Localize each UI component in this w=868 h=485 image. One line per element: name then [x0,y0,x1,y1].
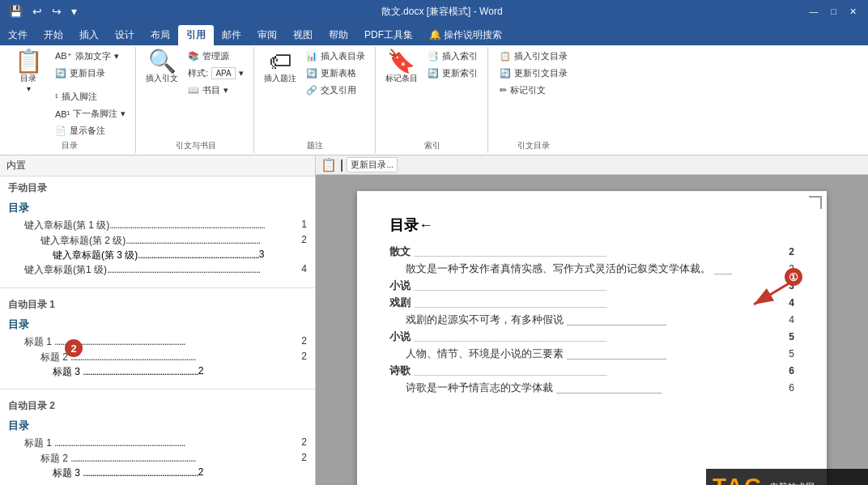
bibliography-icon: 📖 [188,85,199,96]
save-icon[interactable]: 💾 [6,5,25,18]
auto-toc1-item-2-text: 标题 2 ...................................… [40,351,195,364]
mark-entry-button[interactable]: 🔖 标记条目 [382,49,421,86]
insert-footnote-icon: ¹ [55,92,58,102]
watermark-site: 电脑技术网 [770,481,815,486]
annotation-2: 2 [65,339,83,357]
ribbon-group-index: 🔖 标记条目 📑 插入索引 🔄 更新索引 索引 [377,47,488,153]
tab-layout[interactable]: 布局 [143,25,178,45]
toc-entry-8-num: 6 [789,382,794,394]
manual-toc-item-1[interactable]: 键入章标题(第 1 级)............................… [8,218,307,233]
minimize-button[interactable]: — [804,5,823,19]
toc-entry-3-dots: _________________________________ [414,296,785,308]
next-footnote-icon: AB¹ [55,109,70,119]
update-toc-toolbar-button[interactable]: 更新目录... [347,157,398,172]
mark-citation-button[interactable]: ✏ 标记引文 [495,83,572,98]
tab-view[interactable]: 视图 [285,25,321,45]
toc-entry-8-dots: __________________ [556,381,785,394]
divider-1 [0,287,315,288]
bibliography-label: 书目 [202,84,220,96]
tab-home[interactable]: 开始 [36,25,71,45]
manual-toc-heading[interactable]: 目录 [8,198,307,218]
manage-sources-label: 管理源 [202,50,229,62]
add-text-button[interactable]: AB⁺ 添加文字 ▾ [50,49,130,64]
citations-group-label: 引文与书目 [176,138,216,151]
update-table-button[interactable]: 🔄 更新表格 [301,66,370,81]
cross-ref-icon: 🔗 [306,85,317,96]
doc-page: 目录← 散文 _________________________________… [357,191,827,485]
insert-footnote-label: 插入脚注 [62,91,97,103]
show-notes-button[interactable]: 📄 显示备注 [50,123,130,138]
auto-toc2-item-3[interactable]: 标题 3 ...................................… [8,466,307,480]
quick-access-toolbar: 💾 ↩ ↪ ▾ [6,5,79,18]
tab-mailings[interactable]: 邮件 [214,25,249,45]
window-title: 散文.docx [兼容模式] - Word [79,5,804,19]
toc-entry-4: 戏剧的起源实不可考，有多种假说 _________________ 4 [389,313,794,327]
toc-icon: 📋 [15,50,43,73]
insert-citations-button[interactable]: 📋 插入引文目录 [495,49,572,64]
ribbon-group-citations2: 📋 插入引文目录 🔄 更新引文目录 ✏ 标记引文 引文目录 [490,47,577,153]
tab-help[interactable]: 帮助 [321,25,356,45]
redo-icon[interactable]: ↪ [49,5,64,18]
bibliography-button[interactable]: 📖 书目 ▾ [183,83,248,98]
auto-toc1-item-2[interactable]: 标题 2 ...................................… [8,350,307,365]
tab-pdf[interactable]: PDF工具集 [356,25,421,45]
manual-toc-item-2[interactable]: 键入章标题(第 2 级)............................… [8,233,307,249]
manual-toc-item-4-text: 键入章标题(第1 级).............................… [24,263,260,277]
auto-toc2-heading[interactable]: 目录 [8,416,307,436]
watermark-tag: TAG [713,474,764,485]
bibliography-arrow: ▾ [223,85,228,96]
undo-icon[interactable]: ↩ [30,5,45,18]
auto-toc2-item-2[interactable]: 标题 2 ...................................… [8,451,307,466]
manual-toc-item-2-text: 键入章标题(第 2 级)............................… [40,234,260,248]
manage-sources-button[interactable]: 📚 管理源 [183,49,248,64]
divider-2 [0,389,315,389]
toc-button[interactable]: 📋 目录 ▾ [8,49,49,95]
tab-insert[interactable]: 插入 [71,25,107,45]
manual-toc-item-4[interactable]: 键入章标题(第1 级).............................… [8,262,307,278]
update-citations-button[interactable]: 🔄 更新引文目录 [495,66,572,81]
manual-toc-title: 手动目录 [8,181,307,195]
annotation-arrow-container: ① [738,272,802,324]
toc-entry-2-dots: _________________________________ [414,279,785,291]
next-footnote-button[interactable]: AB¹ 下一条脚注 ▾ [50,106,130,121]
insert-footnote-button[interactable]: ¹ 插入脚注 [50,89,130,104]
auto-toc1-item-1[interactable]: 标题 1 ...................................… [8,334,307,350]
cross-ref-button[interactable]: 🔗 交叉引用 [301,83,370,98]
tab-review[interactable]: 审阅 [249,25,285,45]
auto-toc2-item-3-text: 标题 3 ...................................… [53,466,198,480]
document-area: 📋 | 更新目录... 目录← 散文 _____________________… [316,155,868,485]
left-panel-header: 内置 [0,155,315,177]
maximize-button[interactable]: □ [826,5,841,19]
manage-sources-icon: 📚 [188,51,199,62]
close-button[interactable]: ✕ [845,5,862,19]
update-index-label: 更新索引 [442,67,478,79]
mark-citation-label: 标记引文 [510,84,546,96]
style-selector[interactable]: 样式: APA ▾ [183,66,248,81]
auto-toc2-item-2-num: 2 [301,452,307,466]
tab-references[interactable]: 引用 [178,25,214,45]
toc-label: 目录 [20,73,36,84]
index-col: 📑 插入索引 🔄 更新索引 [423,49,483,81]
tab-file[interactable]: 文件 [0,25,36,45]
manual-toc-item-3[interactable]: 键入章标题(第 3 级)............................… [8,249,307,262]
tab-search[interactable]: 🔔 操作说明搜索 [421,25,510,45]
tab-design[interactable]: 设计 [107,25,143,45]
mark-entry-icon: 🔖 [387,50,415,73]
mark-citation-icon: ✏ [500,85,507,96]
index-group-content: 🔖 标记条目 📑 插入索引 🔄 更新索引 [382,49,483,138]
auto-toc2-item-1[interactable]: 标题 1 ...................................… [8,436,307,451]
update-table-label: 更新表格 [321,67,356,79]
auto-toc1-item-3[interactable]: 标题 3 ...................................… [8,365,307,379]
insert-citation-button[interactable]: 🔍 插入引文 [143,49,181,86]
update-toc-button[interactable]: 🔄 更新目录 [50,66,130,81]
update-index-button[interactable]: 🔄 更新索引 [423,66,483,81]
insert-index-label: 插入索引 [442,50,478,62]
insert-caption-button[interactable]: 🏷 插入题注 [261,49,300,86]
insert-index-icon: 📑 [428,51,439,62]
insert-citations-label: 插入引文目录 [514,50,568,62]
citations-group-content: 🔍 插入引文 📚 管理源 样式: APA ▾ 📖 书目 [143,49,248,138]
insert-index-button[interactable]: 📑 插入索引 [423,49,483,64]
more-icon[interactable]: ▾ [69,5,79,18]
auto-toc1-heading[interactable]: 目录 [8,315,307,334]
insert-table-figures-button[interactable]: 📊 插入表目录 [301,49,370,64]
